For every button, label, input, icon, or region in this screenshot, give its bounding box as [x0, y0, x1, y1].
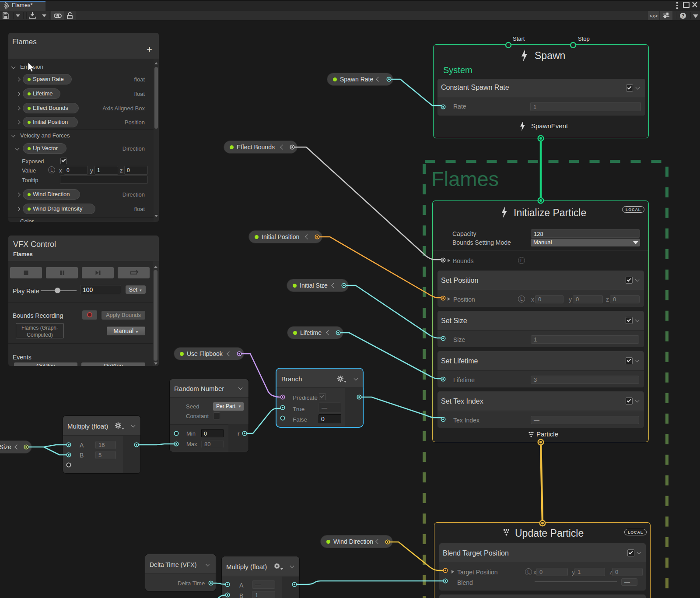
- svg-text:Flames: Flames: [431, 167, 499, 190]
